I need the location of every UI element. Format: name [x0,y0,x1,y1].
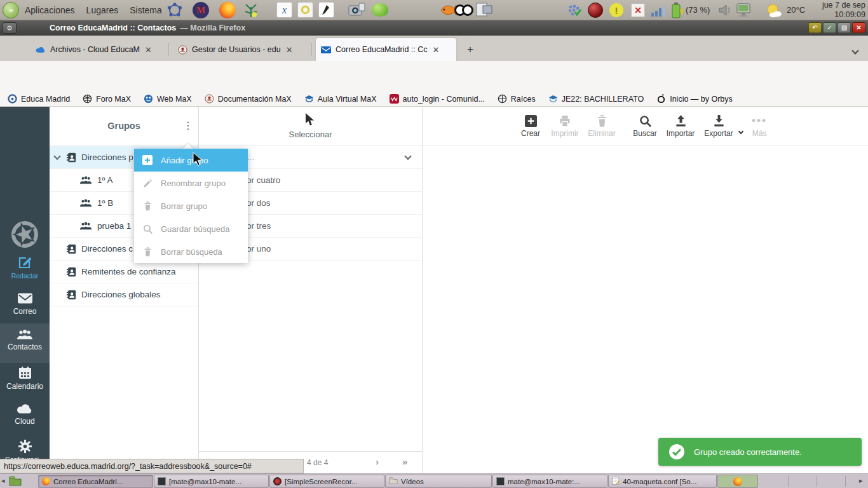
tab-close-icon[interactable]: ✕ [286,45,293,55]
contacts-header-label: Seleccionar [199,130,422,139]
recorder-app-icon[interactable] [297,2,313,18]
firefox-launcher-icon[interactable] [219,2,236,18]
firefox-icon [733,477,742,486]
mail-icon [0,293,50,304]
taskbar-window-videos[interactable]: Vídeos [385,475,492,488]
menu-item-add-group[interactable]: Añadir grupo [134,149,248,172]
groups-header: Grupos ⋮ [50,107,198,146]
photo-tool-icon[interactable] [475,2,493,20]
search-icon [627,113,663,127]
record-tray-icon[interactable] [588,3,603,18]
tab-gestor-usuarios[interactable]: Gestor de Usuarios - edu✕ [173,38,309,61]
qtikz-icon[interactable] [318,2,334,18]
create-plus-icon [513,113,548,127]
menu-sistema[interactable]: Sistema [124,0,168,20]
menu-item-save-search: Guardar búsqueda [134,217,248,240]
menu-aplicaciones[interactable]: Aplicaciones [19,0,81,20]
tab-close-icon[interactable]: ✕ [433,45,440,55]
desktop-top-panel: » Aplicaciones Lugares Sistema M x ! ✕ (… [0,0,868,20]
screenshot-tool-icon[interactable] [348,2,365,20]
group-people-icon [79,222,92,230]
import-button[interactable]: Importar [663,113,698,138]
plant-app-icon[interactable] [243,2,259,20]
binoculars-icon[interactable] [454,3,473,20]
taskbar-window-maqueta-conf[interactable]: 40-maqueta.conf [So... [608,475,717,488]
taskbar-window-terminal1[interactable]: [mate@max10-mate... [154,475,269,488]
success-toast[interactable]: Grupo creado correctamente. [658,438,862,466]
menu-item-rename-group: Renombrar grupo [134,172,248,194]
rename-pencil-icon [142,179,153,188]
addressbook-icon [66,152,76,163]
mouse-cursor [193,152,203,168]
browser-nav-bar: ← → ↻ ⌂ https://correoweb.educa.madrid.o… [0,61,868,92]
group-row-remitentes-confianza[interactable]: Remitentes de confianza [50,261,198,283]
volume-icon[interactable] [718,4,732,18]
taskbar-window-firefox-flash[interactable] [717,475,758,488]
menu-lugares[interactable]: Lugares [81,0,125,20]
window-menu-icon[interactable]: ⚙ [3,22,17,34]
window-list-left-arrow-icon[interactable]: ◂ [1,477,5,485]
tab-close-icon[interactable]: ✕ [145,45,152,55]
minimize-button[interactable]: ✓ [823,22,836,33]
expand-chevron-icon[interactable] [53,152,60,159]
sidebar-item-contactos[interactable]: Contactos [0,329,50,351]
network-offline-icon[interactable]: ✕ [631,3,645,17]
taskbar-window-terminal2[interactable]: mate@max10-mate:... [492,475,607,488]
next-page-icon[interactable]: › [376,456,379,467]
panel-clock[interactable]: jue 7 de sep 10:09:09 [822,1,865,20]
window-title: Correo EducaMadrid :: Contactos [50,24,176,32]
bookmark-je22[interactable]: JE22: BACHILLERATO [548,94,644,104]
list-options-chevron-icon[interactable] [404,152,411,159]
show-desktop-icon[interactable] [9,476,22,488]
sidebar-item-correo[interactable]: Correo [0,293,50,316]
warning-tray-icon[interactable]: ! [609,3,623,17]
document-edit-icon [612,477,620,486]
weather-icon[interactable] [765,3,783,20]
signal-bars-icon[interactable] [651,4,666,18]
group-people-icon [79,199,92,207]
menu-item-delete-search: Borrar búsqueda [134,240,248,263]
search-button[interactable]: Buscar [627,113,663,138]
green-app-icon[interactable] [372,3,388,17]
bookmark-educa-madrid[interactable]: Educa Madrid [8,94,70,104]
groups-options-kebab-icon[interactable]: ⋮ [183,119,193,132]
xournal-icon[interactable]: x [276,2,292,18]
list-all-tabs-icon[interactable] [853,46,858,55]
last-page-icon[interactable]: » [402,456,407,467]
new-tab-button[interactable]: + [463,42,478,57]
tab-correo-educamadrid[interactable]: Correo EducaMadrid :: Cc✕ [316,38,456,61]
close-button[interactable]: ✕ [852,22,865,33]
firefox-icon [42,477,50,485]
taskbar-window-screenrecorder[interactable]: [SimpleScreenRecor... [269,475,384,488]
geogebra-icon[interactable] [166,2,183,20]
select-cursor-icon[interactable] [304,113,315,128]
bookmark-foro-max[interactable]: Foro MaX [83,94,131,104]
rollup-button[interactable]: ↶ [808,22,822,33]
bookmark-aula-virtual-max[interactable]: Aula Virtual MaX [304,94,377,104]
sidebar-item-cloud[interactable]: Cloud [0,403,50,426]
bookmark-raices[interactable]: Raíces [498,94,536,104]
network-check-icon[interactable] [567,4,581,18]
window-list-right-arrow-icon[interactable]: ▸ [859,477,863,485]
group-row-direcciones-globales[interactable]: Direcciones globales [50,283,198,306]
create-button[interactable]: Crear [513,113,548,138]
folder-icon [389,477,398,485]
export-button[interactable]: Exportar [701,113,736,138]
educamadrid-max-icon[interactable]: M [193,2,209,18]
bookmark-documentacion-max[interactable]: Documentación MaX [205,94,292,104]
sidebar-item-calendario[interactable]: Calendario [0,367,50,391]
maximize-button[interactable]: ▨ [837,22,851,33]
group-people-icon [79,176,92,184]
sidebar-item-redactar[interactable]: Redactar [0,255,50,280]
add-group-icon [142,155,153,165]
taskbar-window-firefox[interactable]: Correo EducaMadri... [38,475,153,488]
mate-menu-icon[interactable]: » [3,2,19,18]
bookmark-web-max[interactable]: Web MaX [144,94,192,104]
ellipsis-icon: ••• [742,113,777,127]
temperature-label: 20°C [787,5,805,15]
battery-icon[interactable] [672,3,683,20]
display-tray-icon[interactable] [736,3,751,20]
bookmark-auto-login[interactable]: auto_login - Comunid... [390,94,485,104]
bookmark-inicio-orbys[interactable]: Inicio — by Orbys [656,94,733,104]
tab-cloud-educamadrid[interactable]: Archivos - Cloud EducaM✕ [31,38,166,61]
